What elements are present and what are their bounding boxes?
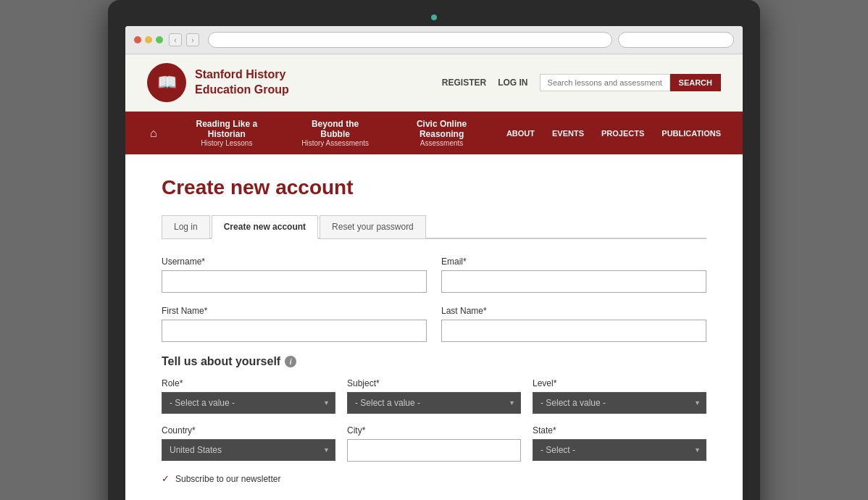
newsletter-label: Subscribe to our newsletter [175,474,280,484]
city-label: City* [347,425,521,436]
browser-nav: ‹ › [169,33,199,46]
tab-login[interactable]: Log in [162,215,210,239]
nav-item-bubble[interactable]: Beyond the Bubble History Assessments [286,112,384,154]
level-select[interactable]: - Select a value - [533,392,706,414]
state-group: State* - Select - [533,425,706,462]
search-button[interactable]: SEARCH [670,74,721,91]
username-email-row: Username* Email* [162,257,706,293]
newsletter-checkmark: ✓ [162,473,170,484]
country-city-state-row: Country* United States City* [162,425,706,462]
email-label: Email* [441,257,706,267]
email-input[interactable] [441,270,706,293]
forward-button[interactable]: › [186,33,199,46]
register-link[interactable]: REGISTER [442,78,486,88]
email-group: Email* [441,257,706,293]
logo-icon: 📖 [157,73,177,92]
logo-area: 📖 Stanford History Education Group [147,63,289,102]
level-group: Level* - Select a value - [533,378,706,414]
browser-dots [134,36,163,43]
subject-select-wrapper: - Select a value - [347,392,521,414]
lastname-input[interactable] [441,320,706,342]
nav-projects[interactable]: PROJECTS [594,122,651,145]
tab-reset[interactable]: Reset your password [320,215,426,239]
role-subject-level-row: Role* - Select a value - Subject* [162,378,706,414]
lastname-label: Last Name* [441,306,706,316]
header-right: REGISTER LOG IN SEARCH [442,74,721,91]
city-input[interactable] [347,439,521,462]
logo-circle: 📖 [147,63,186,102]
minimize-dot[interactable] [145,36,152,43]
nav-item-civic[interactable]: Civic Online Reasoning Assessments [384,112,499,154]
nav-about[interactable]: ABOUT [499,122,542,145]
firstname-input[interactable] [162,320,427,342]
login-link[interactable]: LOG IN [498,78,527,88]
laptop-camera [431,14,437,20]
state-select-wrapper: - Select - [533,439,706,461]
level-select-wrapper: - Select a value - [533,392,706,414]
subject-select[interactable]: - Select a value - [347,392,521,414]
laptop-screen: ‹ › 📖 Stanford History Education Group [125,26,743,500]
main-content: Create new account Log in Create new acc… [125,154,743,500]
nav-events[interactable]: EVENTS [545,122,591,145]
role-select[interactable]: - Select a value - [162,392,335,414]
nav-right: ABOUT EVENTS PROJECTS PUBLICATIONS [499,122,728,145]
role-label: Role* [162,378,335,388]
subject-group: Subject* - Select a value - [347,378,521,414]
city-group: City* [347,425,521,462]
country-group: Country* United States [162,425,335,462]
level-label: Level* [533,378,706,388]
site-header: 📖 Stanford History Education Group REGIS… [125,54,743,112]
search-container: SEARCH [540,74,721,91]
info-icon: i [285,356,296,367]
username-label: Username* [162,257,427,267]
home-nav-item[interactable]: ⌂ [140,118,167,149]
username-group: Username* [162,257,427,293]
newsletter-row: ✓ Subscribe to our newsletter [162,473,706,484]
country-select-wrapper: United States [162,439,335,461]
search-input[interactable] [540,74,670,91]
role-select-wrapper: - Select a value - [162,392,335,414]
country-label: Country* [162,425,335,436]
tabs-row: Log in Create new account Reset your pas… [162,214,706,239]
tell-us-title: Tell us about yourself i [162,355,706,368]
nav-item-reading[interactable]: Reading Like a Historian History Lessons [167,112,286,154]
state-label: State* [533,425,706,436]
screen-bezel: ‹ › 📖 Stanford History Education Group [108,0,760,500]
role-group: Role* - Select a value - [162,378,335,414]
browser-chrome: ‹ › [125,26,743,54]
name-row: First Name* Last Name* [162,306,706,342]
nav-bar: ⌂ Reading Like a Historian History Lesso… [125,112,743,154]
tell-us-section: Tell us about yourself i Role* - Select … [162,355,706,462]
country-select[interactable]: United States [162,439,335,461]
page-title: Create new account [162,176,706,199]
subject-label: Subject* [347,378,521,388]
lastname-group: Last Name* [441,306,706,342]
back-button[interactable]: ‹ [169,33,182,46]
maximize-dot[interactable] [156,36,163,43]
state-select[interactable]: - Select - [533,439,706,461]
close-dot[interactable] [134,36,141,43]
tab-create[interactable]: Create new account [212,215,318,239]
firstname-group: First Name* [162,306,427,342]
nav-publications[interactable]: PUBLICATIONS [654,122,728,145]
browser-search[interactable] [618,32,734,48]
address-bar[interactable] [208,32,612,48]
logo-text: Stanford History Education Group [195,67,289,98]
firstname-label: First Name* [162,306,427,316]
username-input[interactable] [162,270,427,293]
laptop-frame: ‹ › 📖 Stanford History Education Group [108,0,760,500]
